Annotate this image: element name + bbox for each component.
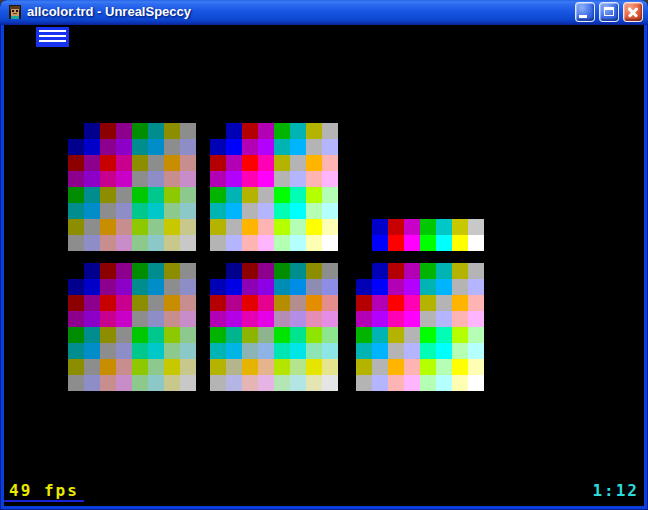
color-cell <box>84 263 100 279</box>
color-cell <box>68 375 84 391</box>
color-cell <box>322 279 338 295</box>
color-cell <box>116 359 132 375</box>
color-cell <box>164 343 180 359</box>
color-cell <box>274 187 290 203</box>
color-cell <box>274 295 290 311</box>
color-cell <box>210 359 226 375</box>
color-cell <box>132 235 148 251</box>
color-cell <box>290 155 306 171</box>
color-cell <box>306 295 322 311</box>
color-cell <box>290 359 306 375</box>
mix-grid-top-middle <box>210 123 338 251</box>
mix-grid-bottom-left <box>68 263 196 391</box>
color-cell <box>306 203 322 219</box>
color-cell <box>306 171 322 187</box>
color-cell <box>290 203 306 219</box>
color-cell <box>132 279 148 295</box>
color-cell <box>68 311 84 327</box>
color-cell <box>306 263 322 279</box>
color-cell <box>242 311 258 327</box>
color-cell <box>258 187 274 203</box>
color-cell <box>132 295 148 311</box>
color-cell <box>274 235 290 251</box>
minimize-button[interactable] <box>575 2 595 22</box>
color-cell <box>436 359 452 375</box>
color-cell <box>116 327 132 343</box>
color-cell <box>242 203 258 219</box>
color-cell <box>372 311 388 327</box>
color-cell <box>388 327 404 343</box>
mix-grid-top-left <box>68 123 196 251</box>
color-cell <box>306 219 322 235</box>
color-cell <box>132 203 148 219</box>
color-cell <box>164 155 180 171</box>
color-cell <box>242 219 258 235</box>
color-cell <box>116 263 132 279</box>
color-cell <box>274 219 290 235</box>
color-cell <box>468 311 484 327</box>
color-cell <box>258 359 274 375</box>
color-cell <box>436 279 452 295</box>
maximize-button[interactable] <box>599 2 619 22</box>
color-cell <box>404 311 420 327</box>
color-cell <box>468 263 484 279</box>
color-cell <box>274 123 290 139</box>
color-cell <box>164 295 180 311</box>
color-cell <box>100 203 116 219</box>
color-cell <box>356 311 372 327</box>
color-cell <box>68 295 84 311</box>
color-cell <box>116 343 132 359</box>
color-cell <box>180 123 196 139</box>
color-cell <box>210 327 226 343</box>
color-cell <box>306 359 322 375</box>
color-cell <box>84 295 100 311</box>
titlebar[interactable]: allcolor.trd - UnrealSpeccy <box>0 0 648 25</box>
color-cell <box>372 235 388 251</box>
close-button[interactable] <box>623 2 643 22</box>
color-cell <box>180 375 196 391</box>
color-cell <box>372 327 388 343</box>
color-cell <box>452 311 468 327</box>
emulator-screen: 49 fps 1:12 <box>4 25 644 506</box>
color-cell <box>258 343 274 359</box>
color-cell <box>258 263 274 279</box>
color-cell <box>226 279 242 295</box>
color-cell <box>420 375 436 391</box>
color-cell <box>452 263 468 279</box>
color-cell <box>148 343 164 359</box>
color-cell <box>322 187 338 203</box>
color-cell <box>84 203 100 219</box>
color-cell <box>388 311 404 327</box>
color-cell <box>322 139 338 155</box>
color-cell <box>306 155 322 171</box>
color-cell <box>436 343 452 359</box>
color-cell <box>258 235 274 251</box>
color-cell <box>258 139 274 155</box>
color-cell <box>132 343 148 359</box>
color-cell <box>226 235 242 251</box>
color-cell <box>372 279 388 295</box>
color-cell <box>180 219 196 235</box>
color-cell <box>116 375 132 391</box>
color-cell <box>84 343 100 359</box>
color-cell <box>388 219 404 235</box>
color-cell <box>210 171 226 187</box>
color-cell <box>242 295 258 311</box>
color-cell <box>242 359 258 375</box>
color-cell <box>242 235 258 251</box>
color-cell <box>84 327 100 343</box>
app-icon[interactable] <box>7 4 23 20</box>
color-cell <box>84 187 100 203</box>
color-cell <box>322 235 338 251</box>
color-cell <box>404 359 420 375</box>
color-cell <box>132 171 148 187</box>
color-cell <box>290 187 306 203</box>
color-cell <box>180 203 196 219</box>
color-cell <box>100 279 116 295</box>
color-cell <box>388 359 404 375</box>
color-cell <box>452 327 468 343</box>
color-cell <box>306 311 322 327</box>
color-cell <box>322 327 338 343</box>
color-cell <box>274 203 290 219</box>
color-cell <box>164 219 180 235</box>
